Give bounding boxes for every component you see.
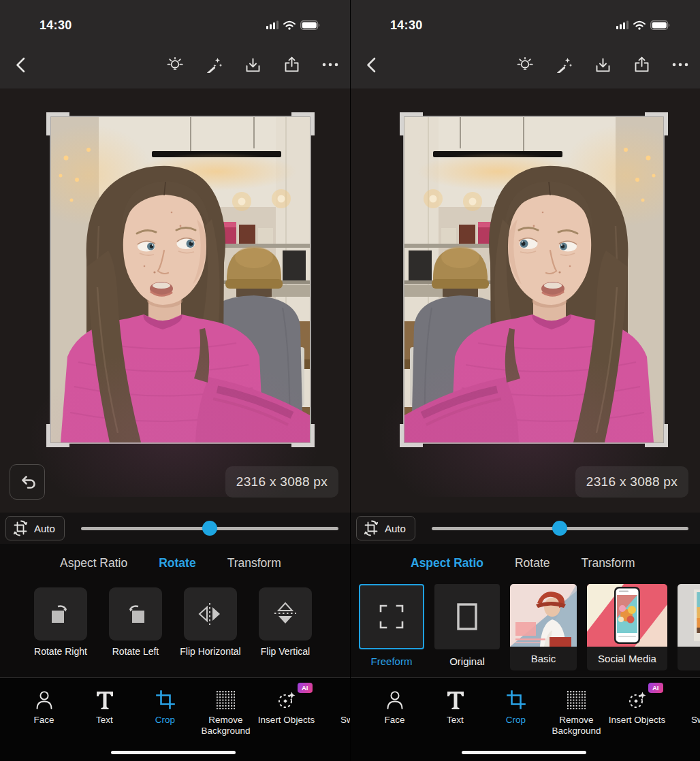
more-options-button[interactable] xyxy=(671,56,689,74)
status-icons xyxy=(616,20,670,30)
remove-background-button[interactable]: Remove Background xyxy=(546,687,607,761)
remove-background-label: Remove Background xyxy=(546,715,607,736)
text-icon xyxy=(95,690,114,710)
remove-background-icon xyxy=(567,691,586,710)
aspect-original-option[interactable]: Original xyxy=(434,582,500,667)
crop-handle-top-left[interactable] xyxy=(400,112,423,135)
insert-objects-icon xyxy=(277,690,296,710)
save-download-button[interactable] xyxy=(594,56,611,74)
crop-handle-top-right[interactable] xyxy=(645,112,668,135)
face-tool-button[interactable]: Face xyxy=(14,687,74,761)
tab-transform[interactable]: Transform xyxy=(227,556,281,570)
flip-horizontal-button[interactable]: Flip Horizontal xyxy=(173,582,248,658)
crop-tabs: Aspect Ratio Rotate Transform xyxy=(0,544,350,582)
insert-objects-button[interactable]: AI Insert Objects xyxy=(256,687,317,761)
wifi-icon xyxy=(633,20,646,30)
save-download-button[interactable] xyxy=(244,56,261,74)
rotate-left-button[interactable]: Rotate Left xyxy=(98,582,173,658)
tab-rotate[interactable]: Rotate xyxy=(515,556,550,570)
more-options-button[interactable] xyxy=(321,56,339,74)
crop-handle-bottom-right[interactable] xyxy=(291,424,315,447)
slider-thumb[interactable] xyxy=(552,521,567,536)
rotate-tools: Rotate Right Rotate Left Flip Horizontal… xyxy=(0,582,350,658)
rotate-right-button[interactable]: Rotate Right xyxy=(23,582,98,658)
crop-handle-bottom-right[interactable] xyxy=(645,424,668,447)
app: 14:30 xyxy=(0,0,700,761)
share-button[interactable] xyxy=(283,56,300,74)
auto-crop-button[interactable]: Auto xyxy=(356,516,415,540)
photo-crop-area[interactable] xyxy=(404,117,663,442)
face-label: Face xyxy=(33,715,54,726)
crop-handle-bottom-left[interactable] xyxy=(400,424,423,447)
original-ratio-icon xyxy=(457,603,477,630)
flip-vertical-button[interactable]: Flip Vertical xyxy=(248,582,323,658)
freeform-label: Freeform xyxy=(371,655,413,667)
crop-handle-top-right[interactable] xyxy=(291,112,315,135)
top-toolbar xyxy=(351,46,700,88)
text-label: Text xyxy=(447,715,464,726)
tab-aspect-ratio[interactable]: Aspect Ratio xyxy=(411,556,483,570)
crop-tool-button[interactable]: Crop xyxy=(486,687,546,761)
insert-objects-button[interactable]: AI Insert Objects xyxy=(607,687,667,761)
home-indicator[interactable] xyxy=(111,751,236,754)
aspect-print-preset-partial[interactable]: P xyxy=(678,584,700,670)
insert-objects-label: Insert Objects xyxy=(609,715,665,726)
rotate-right-label: Rotate Right xyxy=(34,646,87,658)
magic-wand-button[interactable] xyxy=(205,56,223,74)
wifi-icon xyxy=(283,20,296,30)
signal-icon xyxy=(266,20,279,30)
swap-label-partial: Sw xyxy=(340,715,350,726)
auto-label: Auto xyxy=(385,523,406,534)
text-tool-button[interactable]: Text xyxy=(74,687,135,761)
crop-rotate-icon xyxy=(12,520,29,536)
insert-objects-label: Insert Objects xyxy=(258,715,315,726)
face-tool-button[interactable]: Face xyxy=(364,687,425,761)
aspect-ratio-panel: Freeform Original Basic Social Media P xyxy=(351,582,700,677)
face-label: Face xyxy=(384,715,404,726)
clock: 14:30 xyxy=(390,18,423,33)
tab-transform[interactable]: Transform xyxy=(582,556,635,570)
image-size-label: 2316 x 3088 px xyxy=(225,466,338,498)
straighten-slider[interactable] xyxy=(81,521,338,536)
print-label-partial: P xyxy=(678,647,700,670)
status-icons xyxy=(266,20,320,30)
home-indicator[interactable] xyxy=(462,751,586,754)
image-size-label: 2316 x 3088 px xyxy=(575,466,688,498)
battery-icon xyxy=(300,20,320,30)
straighten-bar: Auto xyxy=(0,513,350,544)
slider-thumb[interactable] xyxy=(202,521,217,536)
swap-tool-button-partial[interactable]: Sw xyxy=(667,687,700,761)
swap-tool-button-partial[interactable]: Sw xyxy=(317,687,350,761)
original-label: Original xyxy=(449,655,485,667)
remove-background-button[interactable]: Remove Background xyxy=(195,687,256,761)
bottom-toolbar: Face Text Crop Remove Background AI Inse… xyxy=(351,677,700,761)
aspect-basic-preset[interactable]: Basic xyxy=(510,584,577,670)
tab-rotate[interactable]: Rotate xyxy=(159,556,195,570)
back-button[interactable] xyxy=(363,56,381,74)
text-tool-button[interactable]: Text xyxy=(425,687,486,761)
straighten-slider[interactable] xyxy=(432,521,688,536)
back-button[interactable] xyxy=(12,56,30,74)
rotate-left-label: Rotate Left xyxy=(112,646,159,658)
crop-handle-bottom-left[interactable] xyxy=(46,424,69,447)
share-button[interactable] xyxy=(633,56,650,74)
photo-crop-area[interactable] xyxy=(51,117,310,442)
crop-tool-button[interactable]: Crop xyxy=(135,687,195,761)
magic-wand-button[interactable] xyxy=(555,56,573,74)
crop-handle-top-left[interactable] xyxy=(46,112,69,135)
text-label: Text xyxy=(96,715,113,726)
hints-bulb-button[interactable] xyxy=(166,56,184,74)
flip-vertical-label: Flip Vertical xyxy=(261,646,310,658)
aspect-social-media-preset[interactable]: Social Media xyxy=(587,584,667,670)
crop-label: Crop xyxy=(155,715,175,726)
face-icon xyxy=(35,690,54,710)
swap-label-partial: Sw xyxy=(691,715,700,726)
auto-crop-button[interactable]: Auto xyxy=(5,516,65,540)
straighten-bar: Auto xyxy=(351,513,700,544)
aspect-freeform-option[interactable]: Freeform xyxy=(359,582,424,667)
tab-aspect-ratio[interactable]: Aspect Ratio xyxy=(60,556,127,570)
battery-icon xyxy=(650,20,670,30)
undo-button[interactable] xyxy=(10,464,45,500)
hints-bulb-button[interactable] xyxy=(516,56,534,74)
basic-label: Basic xyxy=(510,647,577,670)
